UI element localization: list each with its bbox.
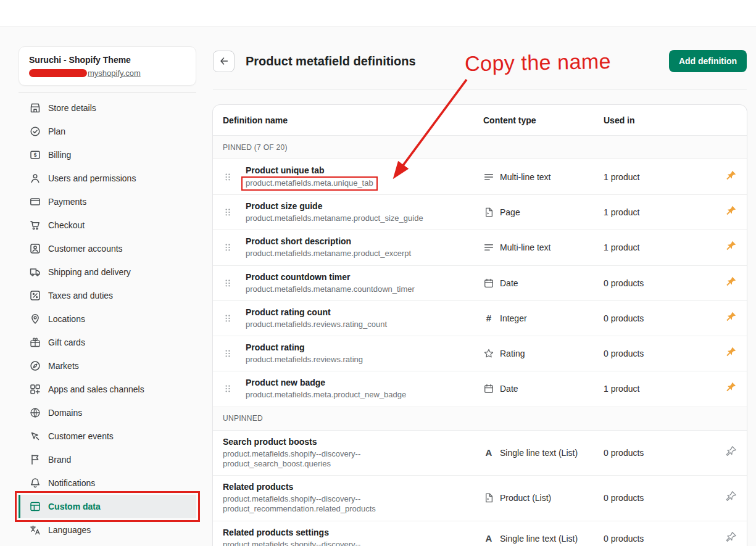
sidebar-item-billing[interactable]: $Billing [19,143,196,167]
sidebar-item-apps-and-sales-channels[interactable]: Apps and sales channels [19,378,196,401]
sidebar-item-label: Billing [48,150,71,160]
definition-row[interactable]: Product short descriptionproduct.metafie… [213,230,747,265]
sidebar-item-label: Store details [48,103,96,113]
sidebar-item-label: Plan [48,126,65,136]
definition-name: Product new badge [246,378,406,387]
definition-row[interactable]: Search product boostsproduct.metafields.… [213,431,747,476]
drag-handle-icon[interactable] [223,172,236,182]
sidebar-item-markets[interactable]: Markets [19,354,196,378]
sidebar-item-label: Users and permissions [48,173,136,183]
definition-row[interactable]: Product size guideproduct.metafields.met… [213,195,747,230]
sidebar-item-label: Customer events [48,431,114,441]
definition-key: product.metafields.shopify--discovery--p… [223,494,426,515]
content-type-label: Integer [500,313,527,323]
table-header-row: Definition name Content type Used in [213,105,747,136]
pin-filled-icon[interactable] [725,276,737,288]
column-content-type: Content type [483,115,604,125]
sidebar-item-locations[interactable]: Locations [19,307,196,331]
checkout-icon [29,219,41,231]
content-type-cell: Date [483,383,604,394]
shipping-delivery-icon [29,266,41,278]
content-type-label: Single line text (List) [500,448,578,458]
multiline-text-icon [483,172,494,183]
store-domain-link[interactable]: myshopify.com [88,68,141,78]
taxes-duties-icon [29,289,41,302]
sidebar-item-payments[interactable]: Payments [19,190,196,213]
sidebar-item-label: Markets [48,361,79,371]
pin-filled-icon[interactable] [725,170,737,182]
drag-handle-icon[interactable] [223,384,236,394]
single-line-text-icon: A [483,533,494,544]
content-type-cell: Date [483,278,604,289]
drag-handle-icon[interactable] [223,278,236,288]
sidebar-item-brand[interactable]: Brand [19,448,196,471]
sidebar-item-domains[interactable]: Domains [19,401,196,424]
definition-row[interactable]: Product countdown timerproduct.metafield… [213,266,747,301]
billing-icon: $ [29,149,41,161]
sidebar-item-taxes-and-duties[interactable]: Taxes and duties [19,284,196,307]
sidebar-item-notifications[interactable]: Notifications [19,471,196,495]
back-button[interactable] [213,51,235,72]
sidebar-item-users-and-permissions[interactable]: Users and permissions [19,167,196,190]
sidebar-item-checkout[interactable]: Checkout [19,213,196,237]
gift-cards-icon [29,336,41,349]
sidebar-item-gift-cards[interactable]: Gift cards [19,331,196,354]
content-type-label: Multi-line text [500,242,550,252]
definition-name: Product rating [246,342,363,352]
pin-filled-icon[interactable] [725,240,737,252]
pin-filled-icon[interactable] [725,381,737,394]
sidebar-item-label: Locations [48,314,85,324]
sidebar-item-store-details[interactable]: Store details [19,96,196,120]
drag-handle-icon[interactable] [223,313,236,323]
sidebar-item-label: Shipping and delivery [48,267,131,277]
sidebar-item-custom-data[interactable]: Custom data [19,495,196,518]
used-in-value: 0 products [604,313,713,323]
sidebar-item-customer-events[interactable]: Customer events [19,424,196,448]
notifications-icon [29,477,41,489]
definition-row[interactable]: Related products settingsproduct.metafie… [213,521,747,546]
sidebar-item-plan[interactable]: Plan [19,120,196,143]
definition-row[interactable]: Product rating countproduct.metafields.r… [213,301,747,336]
content-type-cell: ASingle line text (List) [483,533,604,544]
languages-icon [29,524,41,536]
definition-row[interactable]: Product new badgeproduct.metafields.meta… [213,371,747,407]
definition-name: Related products [223,482,426,492]
customer-events-icon [29,430,41,442]
drag-handle-icon[interactable] [223,242,236,252]
content-type-cell: Page [483,207,604,218]
drag-handle-icon[interactable] [223,349,236,358]
pin-outline-icon[interactable] [725,531,737,544]
locations-icon [29,313,41,325]
plan-icon [29,125,41,138]
definitions-table-body: PINNED (7 OF 20)Product unique tabproduc… [213,136,747,546]
content-type-label: Page [500,207,520,217]
definition-row[interactable]: Product ratingproduct.metafields.reviews… [213,336,747,371]
copy-the-name-annotation: Copy the name [465,49,612,76]
sidebar-item-shipping-and-delivery[interactable]: Shipping and delivery [19,260,196,284]
definition-row[interactable]: Related productsproduct.metafields.shopi… [213,476,747,521]
pin-filled-icon[interactable] [725,346,737,358]
pin-outline-icon[interactable] [725,490,737,503]
add-definition-button[interactable]: Add definition [669,50,747,72]
users-permissions-icon [29,172,41,184]
pin-filled-icon[interactable] [725,205,737,217]
definition-row[interactable]: Product unique tabproduct.metafields.met… [213,159,747,195]
definition-key: product.metafields.metaname.product_size… [246,213,423,223]
drag-handle-icon[interactable] [223,207,236,217]
multiline-text-icon [483,242,494,253]
payments-icon [29,196,41,208]
used-in-value: 1 product [604,242,713,252]
store-domain-line: myshopify.com [29,68,186,78]
pin-outline-icon[interactable] [725,445,737,458]
sidebar-item-label: Custom data [48,502,101,511]
integer-icon: # [483,313,494,323]
sidebar-item-languages[interactable]: Languages [19,518,196,542]
pin-filled-icon[interactable] [725,311,737,323]
content-type-cell: Multi-line text [483,242,604,253]
content-type-label: Date [500,278,518,288]
sidebar-item-customer-accounts[interactable]: Customer accounts [19,237,196,260]
definition-key: product.metafields.reviews.rating [246,355,363,365]
definition-key: product.metafields.shopify--discovery--p… [223,449,426,469]
content-type-cell: ASingle line text (List) [483,447,604,458]
used-in-value: 1 product [604,384,713,394]
